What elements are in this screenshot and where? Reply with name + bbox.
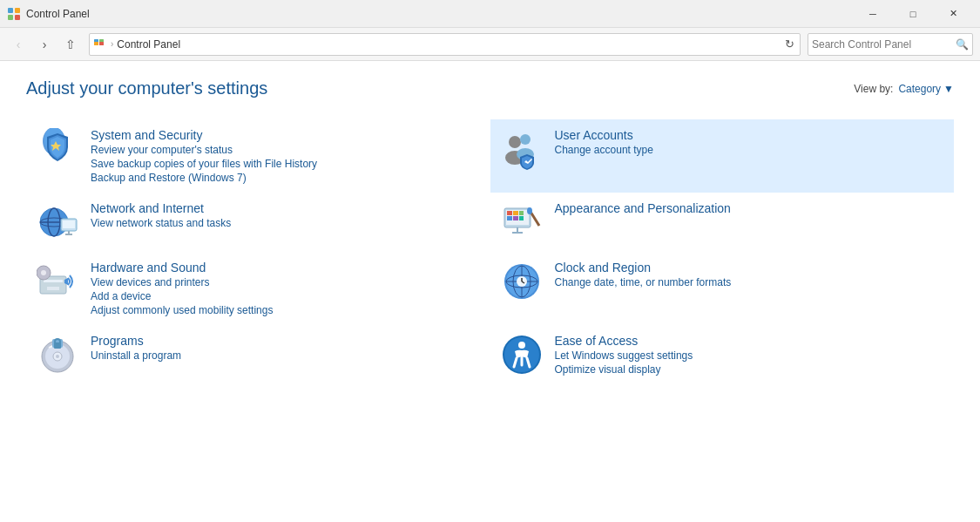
category-system-security[interactable]: System and Security Review your computer… bbox=[26, 119, 490, 193]
system-security-icon bbox=[37, 128, 78, 170]
svg-point-33 bbox=[527, 207, 532, 214]
svg-rect-26 bbox=[519, 211, 524, 215]
system-security-title[interactable]: System and Security bbox=[91, 128, 317, 142]
programs-title[interactable]: Programs bbox=[91, 334, 181, 348]
svg-rect-27 bbox=[507, 216, 512, 220]
svg-point-10 bbox=[509, 136, 521, 148]
programs-link-1[interactable]: Uninstall a program bbox=[91, 349, 181, 362]
programs-icon bbox=[37, 334, 78, 376]
svg-point-38 bbox=[41, 270, 46, 275]
main-content: Adjust your computer's settings View by:… bbox=[0, 61, 980, 522]
window-title: Control Panel bbox=[26, 8, 90, 20]
appearance-title[interactable]: Appearance and Personalization bbox=[555, 201, 731, 215]
svg-point-12 bbox=[520, 134, 531, 145]
svg-rect-29 bbox=[519, 216, 524, 220]
network-internet-info: Network and Internet View network status… bbox=[91, 201, 231, 229]
svg-rect-5 bbox=[94, 42, 98, 45]
nav-bar: ‹ › ⇧ › Control Panel ↻ 🔍 bbox=[0, 28, 980, 61]
category-hardware-sound[interactable]: Hardware and Sound View devices and prin… bbox=[26, 252, 490, 325]
user-accounts-title[interactable]: User Accounts bbox=[555, 128, 653, 142]
system-security-link-3[interactable]: Backup and Restore (Windows 7) bbox=[91, 172, 317, 184]
title-bar: Control Panel ─ □ ✕ bbox=[0, 0, 980, 28]
category-clock-region[interactable]: Clock and Region Change date, time, or n… bbox=[490, 252, 955, 325]
up-button[interactable]: ⇧ bbox=[59, 33, 82, 56]
search-icon[interactable]: 🔍 bbox=[956, 38, 969, 51]
search-bar[interactable]: 🔍 bbox=[808, 33, 973, 56]
svg-rect-1 bbox=[15, 8, 20, 13]
hardware-sound-icon bbox=[37, 261, 78, 302]
clock-region-info: Clock and Region Change date, time, or n… bbox=[555, 261, 732, 288]
close-button[interactable]: ✕ bbox=[933, 0, 973, 28]
address-bar-icon bbox=[93, 37, 107, 51]
network-internet-icon bbox=[37, 201, 78, 243]
svg-rect-35 bbox=[44, 280, 63, 282]
category-programs[interactable]: Programs Uninstall a program bbox=[26, 325, 490, 384]
user-accounts-link-1[interactable]: Change account type bbox=[555, 144, 653, 156]
view-by-label: View by: bbox=[854, 83, 893, 95]
programs-info: Programs Uninstall a program bbox=[91, 334, 181, 362]
clock-region-title[interactable]: Clock and Region bbox=[555, 261, 732, 275]
app-icon bbox=[7, 7, 21, 21]
back-button[interactable]: ‹ bbox=[7, 33, 30, 56]
category-appearance[interactable]: Appearance and Personalization bbox=[490, 193, 955, 252]
network-internet-title[interactable]: Network and Internet bbox=[91, 201, 231, 215]
user-accounts-info: User Accounts Change account type bbox=[555, 128, 653, 156]
ease-of-access-link-2[interactable]: Optimize visual display bbox=[555, 363, 693, 376]
hardware-sound-link-3[interactable]: Adjust commonly used mobility settings bbox=[91, 304, 273, 316]
hardware-sound-title[interactable]: Hardware and Sound bbox=[91, 261, 273, 275]
system-security-link-1[interactable]: Review your computer's status bbox=[91, 144, 317, 156]
svg-rect-2 bbox=[8, 15, 13, 20]
system-security-info: System and Security Review your computer… bbox=[91, 128, 317, 184]
hardware-sound-info: Hardware and Sound View devices and prin… bbox=[91, 261, 273, 316]
category-network-internet[interactable]: Network and Internet View network status… bbox=[26, 193, 490, 252]
svg-line-32 bbox=[531, 212, 539, 226]
page-title: Adjust your computer's settings bbox=[26, 78, 267, 98]
svg-rect-3 bbox=[15, 15, 20, 20]
address-bar[interactable]: › Control Panel ↻ bbox=[89, 33, 801, 56]
hardware-sound-link-1[interactable]: View devices and printers bbox=[91, 276, 273, 288]
hardware-sound-link-2[interactable]: Add a device bbox=[91, 290, 273, 302]
system-security-link-2[interactable]: Save backup copies of your files with Fi… bbox=[91, 158, 317, 170]
svg-rect-7 bbox=[99, 42, 104, 45]
svg-point-51 bbox=[56, 355, 59, 358]
ease-of-access-title[interactable]: Ease of Access bbox=[555, 334, 693, 348]
svg-rect-25 bbox=[513, 211, 518, 215]
network-internet-link-1[interactable]: View network status and tasks bbox=[91, 217, 231, 229]
window-controls: ─ □ ✕ bbox=[853, 0, 973, 28]
category-ease-of-access[interactable]: Ease of Access Let Windows suggest setti… bbox=[490, 325, 955, 384]
svg-rect-24 bbox=[507, 211, 512, 215]
categories-grid: System and Security Review your computer… bbox=[26, 119, 954, 384]
maximize-button[interactable]: □ bbox=[893, 0, 933, 28]
ease-of-access-icon bbox=[501, 334, 543, 376]
minimize-button[interactable]: ─ bbox=[853, 0, 893, 28]
svg-rect-36 bbox=[47, 287, 59, 290]
category-user-accounts[interactable]: User Accounts Change account type bbox=[490, 119, 955, 193]
clock-region-icon bbox=[501, 261, 543, 302]
svg-rect-0 bbox=[8, 8, 13, 13]
forward-button[interactable]: › bbox=[33, 33, 56, 56]
view-by-control: View by: Category ▼ bbox=[854, 83, 954, 95]
refresh-button[interactable]: ↻ bbox=[783, 36, 796, 52]
appearance-info: Appearance and Personalization bbox=[555, 201, 731, 215]
appearance-icon bbox=[501, 201, 543, 243]
search-input[interactable] bbox=[812, 38, 956, 51]
address-path: Control Panel bbox=[117, 38, 783, 51]
svg-rect-28 bbox=[513, 216, 518, 220]
title-bar-left: Control Panel bbox=[7, 7, 90, 21]
page-header: Adjust your computer's settings View by:… bbox=[26, 78, 954, 98]
user-accounts-icon bbox=[501, 128, 543, 170]
view-by-value-text: Category bbox=[898, 83, 941, 95]
view-by-dropdown[interactable]: Category ▼ bbox=[898, 83, 954, 95]
svg-rect-19 bbox=[63, 220, 75, 228]
clock-region-link-1[interactable]: Change date, time, or number formats bbox=[555, 276, 732, 288]
ease-of-access-link-1[interactable]: Let Windows suggest settings bbox=[555, 349, 693, 362]
address-chevron: › bbox=[111, 39, 113, 49]
svg-point-57 bbox=[518, 342, 525, 349]
dropdown-arrow-icon: ▼ bbox=[943, 83, 954, 95]
ease-of-access-info: Ease of Access Let Windows suggest setti… bbox=[555, 334, 693, 376]
